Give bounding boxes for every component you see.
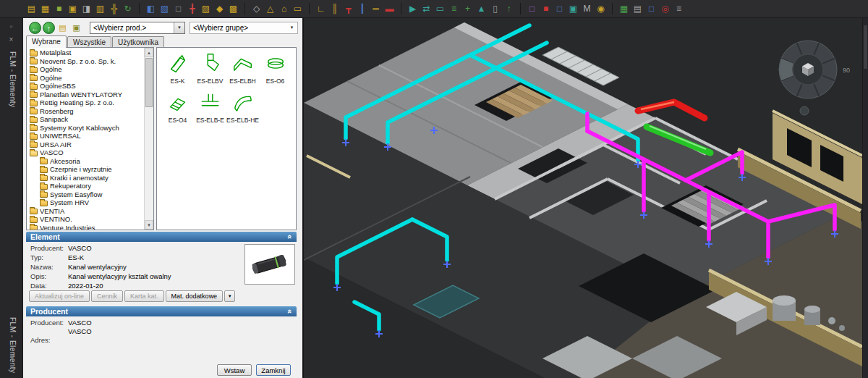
chevron-down-icon[interactable]: ▼ xyxy=(286,22,297,33)
toolbar-icon-01[interactable]: ▤ xyxy=(25,2,38,15)
edit-button[interactable]: ▣ xyxy=(70,22,82,34)
tree-item[interactable]: Metalplast xyxy=(27,49,144,57)
tree-item[interactable]: Planetfan WENTYLATORY xyxy=(27,91,144,99)
tree-item[interactable]: VENTIA xyxy=(27,207,144,216)
back-button[interactable]: ← xyxy=(29,22,41,34)
tree-item[interactable]: Sanipack xyxy=(27,115,144,124)
tree-item[interactable]: Ogólne xyxy=(27,74,144,83)
producent-section-header[interactable]: Producent « xyxy=(26,306,297,316)
scroll-thumb[interactable] xyxy=(145,58,153,107)
toolbar-icon-41[interactable]: ▤ xyxy=(631,2,644,15)
toolbar-icon-37[interactable]: ▣ xyxy=(566,2,580,15)
toolbar-icon-42[interactable]: □ xyxy=(644,2,658,15)
toolbar-icon-40[interactable]: ▦ xyxy=(617,2,631,15)
3d-viewport[interactable]: 90 xyxy=(304,18,862,378)
product-item[interactable]: ES-ELB-E xyxy=(194,91,226,129)
toolbar-icon-06[interactable]: ▥ xyxy=(93,2,107,15)
toolbar-icon-04[interactable]: ▣ xyxy=(66,2,80,15)
nav-wheel-menu-icon[interactable] xyxy=(800,106,809,115)
tree-item[interactable]: Neovent Sp. z o.o. Sp. k. xyxy=(27,57,144,66)
scroll-down-icon[interactable]: ▼ xyxy=(145,220,153,230)
tree-item[interactable]: VENTINO. xyxy=(27,215,144,224)
toolbar-icon-03[interactable]: ■ xyxy=(52,2,66,15)
toolbar-icon-38[interactable]: M xyxy=(580,2,594,15)
toolbar-icon-14[interactable]: ◆ xyxy=(213,2,226,15)
tab-wybrane[interactable]: Wybrane xyxy=(26,35,67,48)
toolbar-icon-44[interactable]: ≡ xyxy=(672,2,686,15)
toolbar-icon-02[interactable]: ▦ xyxy=(38,2,52,15)
toolbar-icon-35[interactable]: ■ xyxy=(539,2,553,15)
product-item[interactable]: ES-ELBV xyxy=(194,52,226,90)
tab-wszystkie[interactable]: Wszystkie xyxy=(67,36,111,47)
tree-item[interactable]: System HRV xyxy=(27,198,144,207)
tree-scrollbar[interactable]: ▲ ▼ xyxy=(144,48,153,230)
toolbar-icon-43[interactable]: ◎ xyxy=(658,2,672,15)
tree-item[interactable]: Rekuperatory xyxy=(27,182,144,190)
product-item[interactable]: ES-O6 xyxy=(259,52,292,90)
close-button[interactable]: Zamknij xyxy=(256,364,291,376)
tree-item[interactable]: URSA AIR xyxy=(27,140,144,149)
more-dropdown-button[interactable]: ▼ xyxy=(224,290,235,302)
toolbar-icon-17[interactable]: △ xyxy=(263,2,277,15)
element-section-header[interactable]: Element « xyxy=(26,232,297,242)
toolbar-icon-13[interactable]: ▨ xyxy=(199,2,213,15)
tree-item[interactable]: Rettig Heating Sp. z o.o. xyxy=(27,98,144,107)
toolbar-icon-31[interactable]: ▲ xyxy=(475,2,488,15)
toolbar-icon-23[interactable]: ┃ xyxy=(355,2,369,15)
toolbar-icon-39[interactable]: ◉ xyxy=(594,2,608,15)
toolbar-icon-27[interactable]: ⇄ xyxy=(420,2,433,15)
toolbar-icon-11[interactable]: □ xyxy=(171,2,185,15)
producer-select[interactable]: <Wybierz prod.> ▼ xyxy=(90,22,185,34)
product-item[interactable]: ES-O4 xyxy=(161,91,194,129)
action-button[interactable]: Mat. dodatkowe xyxy=(166,290,224,302)
toolbar-icon-15[interactable]: ▩ xyxy=(226,2,240,15)
tree-item[interactable]: VASCO xyxy=(27,148,144,157)
action-button[interactable]: Karta kat. xyxy=(124,290,164,302)
toolbar-icon-19[interactable]: ▭ xyxy=(291,2,305,15)
toolbar-icon-16[interactable]: ◇ xyxy=(250,2,263,15)
palette-pin-icon[interactable]: ▫ xyxy=(6,21,17,33)
tree-item[interactable]: Venture Industries xyxy=(27,224,144,230)
product-item[interactable]: ES-K xyxy=(161,52,194,90)
toolbar-icon-22[interactable]: ┳ xyxy=(341,2,355,15)
scroll-up-icon[interactable]: ▲ xyxy=(145,48,153,57)
tree-item[interactable]: UNIWERSAL xyxy=(27,132,144,140)
collapse-icon[interactable]: « xyxy=(286,309,294,314)
toolbar-icon-09[interactable]: ◧ xyxy=(144,2,158,15)
tree-item[interactable]: System Easyflow xyxy=(27,190,144,199)
toolbar-icon-30[interactable]: + xyxy=(461,2,475,15)
tree-item[interactable]: Ogólne xyxy=(27,65,144,74)
product-item[interactable]: ES-ELB-HE xyxy=(226,91,259,129)
collapse-icon[interactable]: « xyxy=(286,235,294,239)
group-select[interactable]: <Wybierz grupę> ▼ xyxy=(190,22,298,34)
insert-button[interactable]: Wstaw xyxy=(217,364,252,376)
toolbar-icon-26[interactable]: ▶ xyxy=(406,2,420,15)
toolbar-icon-12[interactable]: ╋ xyxy=(185,2,199,15)
toolbar-icon-36[interactable]: □ xyxy=(553,2,566,15)
tree-item[interactable]: Kratki i anemostaty xyxy=(27,174,144,182)
product-item[interactable]: ES-ELBH xyxy=(226,52,259,90)
toolbar-icon-21[interactable]: ║ xyxy=(328,2,341,15)
tree-item[interactable]: Czerpnie i wyrzutnie xyxy=(27,165,144,174)
toolbar-icon-25[interactable]: ▬ xyxy=(383,2,396,15)
tree-item[interactable]: Systemy Koryt Kablowych xyxy=(27,124,144,133)
toolbar-icon-10[interactable]: ▧ xyxy=(158,2,171,15)
chevron-down-icon[interactable]: ▼ xyxy=(174,22,184,33)
toolbar-icon-08[interactable]: ↻ xyxy=(121,2,135,15)
toolbar-icon-07[interactable]: ╬ xyxy=(107,2,121,15)
toolbar-icon-28[interactable]: ▭ xyxy=(433,2,447,15)
tree-item[interactable]: Rosenberg xyxy=(27,107,144,116)
scroll-thumb[interactable] xyxy=(864,25,867,69)
toolbar-icon-32[interactable]: ▯ xyxy=(488,2,502,15)
right-scroll-strip[interactable] xyxy=(862,18,868,378)
favorites-button[interactable]: ▤ xyxy=(56,22,69,34)
toolbar-icon-05[interactable]: ◨ xyxy=(80,2,93,15)
up-button[interactable]: ↑ xyxy=(43,22,55,34)
tab-użytkownika[interactable]: Użytkownika xyxy=(112,36,164,47)
toolbar-icon-20[interactable]: ∟ xyxy=(314,2,328,15)
tree-item[interactable]: OgólneSBS xyxy=(27,82,144,91)
tree-item[interactable]: Akcesoria xyxy=(27,157,144,166)
palette-tab-title-bottom[interactable]: FLM - Elementy xyxy=(7,317,17,374)
toolbar-icon-34[interactable]: □ xyxy=(525,2,539,15)
palette-close-icon[interactable]: × xyxy=(6,34,17,46)
